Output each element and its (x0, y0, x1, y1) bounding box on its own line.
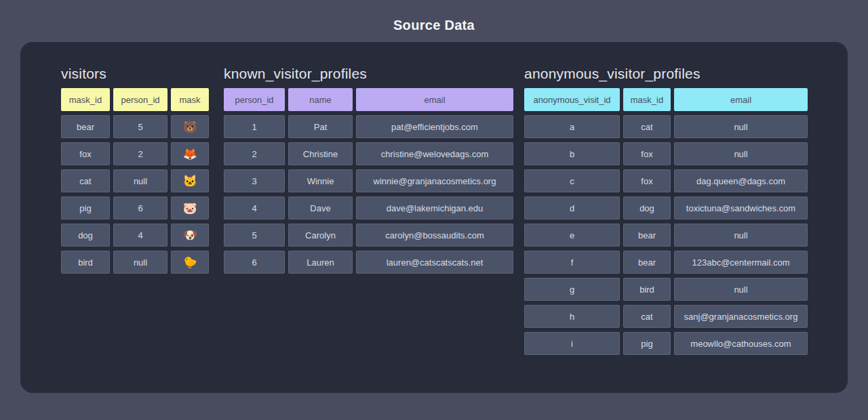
table-cell: bear (61, 115, 110, 138)
table-cell: bird (623, 278, 671, 301)
table-cell: 123abc@centermail.com (674, 251, 808, 274)
column-header-person_id: person_id (224, 88, 285, 111)
mask-emoji-cell: 🦊 (171, 142, 209, 165)
table-cell: cat (623, 305, 671, 328)
table-cell: lauren@catscatscats.net (356, 251, 513, 274)
table-cell: cat (623, 115, 671, 138)
table-grid-known-visitor-profiles: person_idnameemail1Patpat@efficientjobs.… (224, 88, 513, 274)
table-cell: winnie@granjanacosmetics.org (356, 169, 513, 192)
table-cell: a (524, 115, 620, 138)
table-title-visitors: visitors (61, 64, 209, 84)
table-grid-visitors: mask_idperson_idmaskbear5🐻fox2🦊catnull🐱p… (61, 88, 209, 274)
table-cell: 3 (224, 169, 285, 192)
table-title-known-visitor-profiles: known_visitor_profiles (224, 64, 513, 84)
table-cell: pig (623, 332, 671, 355)
table-cell: toxictuna@sandwiches.com (674, 196, 808, 219)
table-cell: 4 (224, 196, 285, 219)
table-cell: Carolyn (288, 224, 353, 247)
table-cell: sanj@granjanacosmetics.org (674, 305, 808, 328)
column-header-mask_id: mask_id (61, 88, 110, 111)
column-header-email: email (356, 88, 513, 111)
table-cell: b (524, 142, 620, 165)
table-cell: fox (61, 142, 110, 165)
table-cell: null (674, 278, 808, 301)
table-cell: null (674, 142, 808, 165)
column-header-person_id: person_id (113, 88, 167, 111)
table-visitors: visitors mask_idperson_idmaskbear5🐻fox2🦊… (61, 64, 209, 274)
table-cell: null (674, 224, 808, 247)
table-cell: f (524, 251, 620, 274)
table-cell: dave@lakemichigan.edu (356, 196, 513, 219)
table-cell: fox (623, 142, 671, 165)
table-cell: bear (623, 224, 671, 247)
table-cell: Dave (288, 196, 353, 219)
table-known-visitor-profiles: known_visitor_profiles person_idnameemai… (224, 64, 513, 274)
table-cell: 4 (113, 224, 167, 247)
source-data-panel: visitors mask_idperson_idmaskbear5🐻fox2🦊… (20, 42, 848, 393)
table-cell: dog (623, 196, 671, 219)
table-cell: pat@efficientjobs.com (356, 115, 513, 138)
table-cell: bear (623, 251, 671, 274)
table-cell: 6 (224, 251, 285, 274)
table-cell: dag.queen@dags.com (674, 169, 808, 192)
table-cell: i (524, 332, 620, 355)
table-cell: Lauren (288, 251, 353, 274)
table-cell: bird (61, 251, 110, 274)
table-cell: 2 (113, 142, 167, 165)
table-cell: 1 (224, 115, 285, 138)
table-title-anonymous-visitor-profiles: anonymous_visitor_profiles (524, 64, 808, 84)
table-cell: null (674, 115, 808, 138)
table-cell: pig (61, 196, 110, 219)
mask-emoji-cell: 🐱 (171, 169, 209, 192)
mask-emoji-cell: 🐶 (171, 224, 209, 247)
table-cell: dog (61, 224, 110, 247)
column-header-mask: mask (171, 88, 209, 111)
table-cell: e (524, 224, 620, 247)
table-cell: d (524, 196, 620, 219)
table-cell: g (524, 278, 620, 301)
table-cell: meowllo@cathouses.com (674, 332, 808, 355)
table-cell: Winnie (288, 169, 353, 192)
table-cell: cat (61, 169, 110, 192)
table-cell: christine@welovedags.com (356, 142, 513, 165)
table-cell: 2 (224, 142, 285, 165)
table-grid-anonymous-visitor-profiles: anonymous_visit_idmask_idemailacatnullbf… (524, 88, 808, 355)
table-cell: h (524, 305, 620, 328)
table-cell: Pat (288, 115, 353, 138)
page-title: Source Data (0, 18, 868, 33)
table-cell: 5 (224, 224, 285, 247)
mask-emoji-cell: 🐻 (171, 115, 209, 138)
table-cell: 5 (113, 115, 167, 138)
column-header-name: name (288, 88, 353, 111)
table-cell: fox (623, 169, 671, 192)
mask-emoji-cell: 🐷 (171, 196, 209, 219)
column-header-mask_id: mask_id (623, 88, 671, 111)
table-cell: carolyn@bossaudits.com (356, 224, 513, 247)
column-header-email: email (674, 88, 808, 111)
mask-emoji-cell: 🐤 (171, 251, 209, 274)
table-anonymous-visitor-profiles: anonymous_visitor_profiles anonymous_vis… (524, 64, 808, 355)
table-cell: null (113, 169, 167, 192)
table-cell: Christine (288, 142, 353, 165)
table-cell: c (524, 169, 620, 192)
table-cell: 6 (113, 196, 167, 219)
table-cell: null (113, 251, 167, 274)
column-header-anonymous_visit_id: anonymous_visit_id (524, 88, 620, 111)
